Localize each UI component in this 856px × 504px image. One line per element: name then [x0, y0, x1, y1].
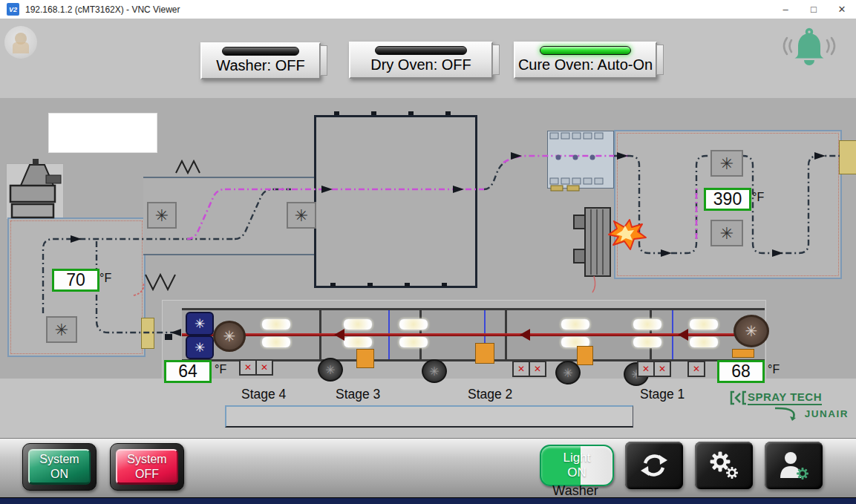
blank-label-panel	[48, 113, 157, 153]
dry-oven-fan-icon: ✳	[46, 316, 77, 343]
washer-indicator-light	[222, 47, 298, 56]
spray-lamp	[343, 318, 373, 330]
washer-left-temp-unit: °F	[215, 363, 226, 376]
maximize-button[interactable]: □	[800, 0, 828, 19]
status-header: Washer: OFF Dry Oven: OFF Cure Oven: Aut…	[0, 19, 856, 99]
spray-lamp	[261, 336, 291, 348]
window-title: 192.168.1.2 (cMT3162X) - VNC Viewer	[25, 4, 180, 15]
status-message-bar	[225, 405, 633, 428]
vnc-viewer-window: V2 192.168.1.2 (cMT3162X) - VNC Viewer –…	[0, 0, 856, 504]
cure-oven-burner	[574, 208, 610, 292]
conveyor-arrow-left	[520, 329, 530, 341]
spraytech-junair-logo: SPRAY TECH JUNAIR	[730, 390, 849, 436]
refresh-icon	[638, 450, 670, 481]
system-on-label-line2: ON	[50, 467, 68, 481]
minimize-button[interactable]: –	[771, 0, 800, 19]
washer-status-button[interactable]: Washer: OFF	[200, 42, 321, 79]
washer-light-caption: Washer	[540, 483, 611, 499]
system-off-label-line2: OFF	[135, 467, 159, 481]
stage-3-label: Stage 3	[336, 387, 380, 402]
settings-button[interactable]	[695, 442, 753, 489]
conveyor-arrow-left	[678, 329, 688, 341]
logo-bracket-icon	[730, 390, 748, 405]
pump-valve-box: ✕	[653, 361, 671, 377]
system-off-label-line1: System	[127, 452, 166, 466]
plant-schematic: ✳ ✳ ✳ ✳ ✳ ✳ ✳ ✳ ✕ ✕ ✕ ✕ ✕ ✕ ✕ ✳ ✳ ✳ ✳ ✳ …	[0, 98, 856, 379]
stage-bar-zone: Stage 4 Stage 3 Stage 2 Stage 1 SPRAY TE…	[0, 379, 856, 438]
user-body-shape	[13, 42, 29, 53]
washer-light-label-line2: ON	[567, 465, 587, 480]
load-station-panel	[6, 163, 64, 220]
alarm-bell-icon[interactable]	[780, 26, 839, 69]
pump-valve-box: ✕	[512, 361, 530, 377]
vnc-logo-icon: V2	[7, 3, 19, 16]
user-admin-button[interactable]	[765, 442, 823, 489]
cure-oven-status-label: Cure Oven: Auto-On	[515, 57, 656, 72]
conveyor-bridge	[547, 131, 614, 189]
system-on-button[interactable]: System ON	[22, 443, 97, 491]
washer-hopper	[356, 349, 374, 368]
pump-fan-icon: ✳	[555, 361, 581, 384]
window-controls: – □ ✕	[771, 0, 856, 19]
spray-lamp	[633, 318, 662, 330]
burner-flame-icon	[607, 218, 647, 251]
spraytech-wordmark: SPRAY TECH	[748, 390, 822, 405]
pump-valve-box: ✕	[255, 359, 273, 376]
control-footer: System ON System OFF Light ON Washer	[0, 438, 856, 498]
spray-lamp	[399, 336, 428, 348]
gears-icon	[706, 448, 742, 482]
washer-tunnel	[182, 308, 765, 361]
dry-oven-indicator-light	[375, 46, 467, 55]
system-off-button[interactable]: System OFF	[110, 443, 184, 491]
cure-oven-fan-icon: ✳	[710, 150, 743, 177]
spray-lamp	[561, 318, 590, 330]
washer-hopper	[475, 343, 494, 364]
dry-oven-entry-chute	[141, 318, 154, 349]
washer-hopper	[577, 346, 593, 365]
washer-right-temp-display: 68	[717, 360, 765, 383]
pump-valve-box: ✕	[239, 359, 257, 376]
user-gear-icon	[776, 449, 811, 482]
junair-wordmark: JUNAIR	[805, 408, 849, 419]
washer-light-label-line1: Light	[563, 451, 591, 465]
pump-fan-icon: ✳	[422, 359, 447, 383]
washer-tray	[732, 349, 754, 358]
washer-blower-fan-icon: ✳	[186, 336, 214, 359]
stage-1-label: Stage 1	[640, 387, 685, 402]
cure-oven-temp-display: 390	[704, 188, 751, 211]
washer-light-toggle[interactable]: Light ON	[540, 445, 614, 486]
system-on-label-line1: System	[39, 452, 79, 466]
bottom-nav-strip	[0, 497, 856, 504]
washer-left-temp-display: 64	[164, 360, 212, 383]
close-button[interactable]: ✕	[828, 0, 856, 19]
spray-booth	[314, 115, 477, 288]
conveyor-arrow-left	[334, 329, 344, 341]
refresh-button[interactable]	[625, 442, 683, 489]
spray-lamp	[261, 318, 291, 330]
cure-oven-exit-chute	[839, 140, 856, 174]
spray-lamp	[689, 336, 719, 348]
dry-oven-status-button[interactable]: Dry Oven: OFF	[349, 42, 493, 79]
stage-4-label: Stage 4	[241, 387, 286, 402]
dry-oven-status-label: Dry Oven: OFF	[350, 57, 491, 72]
pump-valve-box: ✕	[687, 361, 705, 377]
washer-end-fan-icon: ✳	[213, 321, 246, 352]
spray-lamp	[343, 336, 373, 348]
cure-oven-fan-icon: ✳	[710, 220, 743, 246]
dry-oven-temp-unit: °F	[99, 272, 111, 285]
washer-right-temp-unit: °F	[768, 363, 780, 376]
spray-lamp	[633, 336, 662, 348]
pump-valve-box: ✕	[637, 361, 655, 377]
stage-2-label: Stage 2	[468, 387, 512, 402]
spray-lamp	[399, 318, 428, 330]
faint-user-icon	[4, 26, 37, 59]
spray-lamp	[689, 318, 719, 330]
dry-oven-temp-display: 70	[52, 269, 99, 292]
duct-fan-icon: ✳	[287, 202, 316, 229]
logo-swoosh	[774, 406, 805, 421]
washer-end-fan-icon: ✳	[734, 315, 769, 347]
pump-valve-box: ✕	[529, 361, 546, 377]
cure-oven-status-button[interactable]: Cure Oven: Auto-On	[514, 42, 657, 79]
washer-blower-fan-icon: ✳	[186, 312, 214, 336]
window-titlebar: V2 192.168.1.2 (cMT3162X) - VNC Viewer –…	[0, 0, 856, 19]
